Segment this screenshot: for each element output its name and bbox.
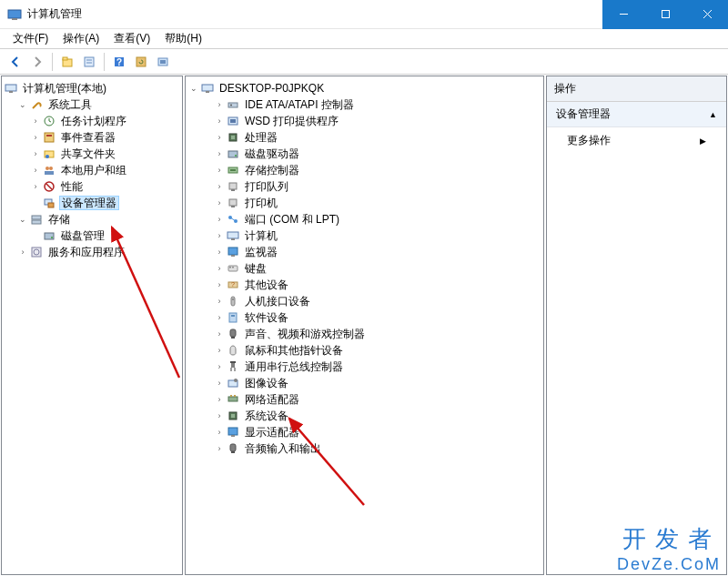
- device-icon: [226, 376, 240, 390]
- actions-header: 操作: [547, 76, 726, 102]
- menu-help[interactable]: 帮助(H): [157, 29, 209, 48]
- tree-system-tools[interactable]: ⌄ 系统工具: [2, 96, 182, 113]
- expand-icon[interactable]: ›: [213, 215, 226, 224]
- device-item[interactable]: ›人机接口设备: [186, 293, 543, 309]
- device-item[interactable]: ›系统设备: [186, 408, 543, 424]
- expand-icon[interactable]: ›: [213, 248, 226, 257]
- menu-file[interactable]: 文件(F): [5, 29, 56, 48]
- actions-subheader[interactable]: 设备管理器 ▲: [547, 102, 726, 127]
- expand-icon[interactable]: ›: [213, 166, 226, 175]
- tree-task-scheduler[interactable]: ›任务计划程序: [2, 113, 182, 129]
- svg-rect-51: [231, 206, 235, 207]
- expand-icon[interactable]: ›: [213, 379, 226, 388]
- tree-performance[interactable]: ›性能: [2, 178, 182, 195]
- device-item[interactable]: ›?其他设备: [186, 277, 543, 293]
- svg-point-24: [49, 167, 53, 170]
- device-item[interactable]: ›鼠标和其他指针设备: [186, 342, 543, 359]
- maximize-button[interactable]: [644, 0, 686, 29]
- device-item[interactable]: ›显示适配器: [186, 424, 543, 440]
- expand-icon[interactable]: ›: [213, 133, 226, 142]
- device-item[interactable]: ›通用串行总线控制器: [186, 359, 543, 375]
- expand-icon[interactable]: ›: [213, 313, 226, 322]
- device-item[interactable]: ›音频输入和输出: [186, 440, 543, 457]
- device-icon: [226, 114, 240, 128]
- expand-icon[interactable]: ›: [213, 428, 226, 437]
- tree-event-viewer[interactable]: ›事件查看器: [2, 129, 182, 146]
- forward-button[interactable]: [27, 52, 47, 72]
- device-item[interactable]: ›键盘: [186, 260, 543, 277]
- device-item[interactable]: ›监视器: [186, 244, 543, 260]
- svg-rect-58: [231, 255, 235, 257]
- tree-root-computer-mgmt[interactable]: 计算机管理(本地): [2, 80, 182, 96]
- help-button[interactable]: ?: [109, 52, 129, 72]
- tree-local-users[interactable]: ›本地用户和组: [2, 162, 182, 178]
- svg-rect-49: [231, 189, 235, 191]
- device-item[interactable]: ›声音、视频和游戏控制器: [186, 326, 543, 342]
- collapse-icon[interactable]: ⌄: [187, 84, 200, 93]
- svg-point-39: [230, 105, 232, 106]
- expand-icon[interactable]: ›: [29, 149, 42, 158]
- device-item[interactable]: ›端口 (COM 和 LPT): [186, 211, 543, 227]
- expand-icon[interactable]: ›: [29, 133, 42, 142]
- svg-rect-60: [229, 267, 231, 268]
- expand-icon[interactable]: ›: [16, 248, 29, 257]
- expand-icon[interactable]: ›: [29, 182, 42, 191]
- svg-point-45: [235, 155, 237, 157]
- close-button[interactable]: [686, 0, 728, 29]
- expand-icon[interactable]: ›: [213, 264, 226, 273]
- device-item[interactable]: ›存储控制器: [186, 162, 543, 178]
- expand-icon[interactable]: ›: [29, 116, 42, 126]
- expand-icon[interactable]: ›: [213, 182, 226, 191]
- menu-view[interactable]: 查看(V): [106, 29, 157, 48]
- collapse-icon[interactable]: ⌄: [16, 215, 29, 224]
- expand-icon[interactable]: ›: [213, 231, 226, 240]
- properties-button[interactable]: [79, 52, 99, 72]
- expand-icon[interactable]: ›: [29, 166, 42, 175]
- up-button[interactable]: [57, 52, 77, 72]
- expand-icon[interactable]: ›: [213, 297, 226, 306]
- device-item[interactable]: ›WSD 打印提供程序: [186, 113, 543, 129]
- minimize-button[interactable]: [602, 0, 644, 29]
- device-item[interactable]: ›图像设备: [186, 375, 543, 391]
- device-icon: [226, 228, 240, 243]
- device-icon: [226, 130, 240, 145]
- expand-icon[interactable]: ›: [213, 149, 226, 158]
- expand-icon[interactable]: ›: [213, 280, 226, 289]
- device-root[interactable]: ⌄ DESKTOP-P0JPKQK: [186, 80, 543, 96]
- device-item[interactable]: ›IDE ATA/ATAPI 控制器: [186, 96, 543, 113]
- tree-storage[interactable]: ⌄存储: [2, 211, 182, 227]
- expand-icon[interactable]: ›: [213, 116, 226, 126]
- device-item[interactable]: ›处理器: [186, 129, 543, 146]
- show-hidden-button[interactable]: [153, 52, 173, 72]
- device-item[interactable]: ›网络适配器: [186, 391, 543, 408]
- expand-icon[interactable]: ›: [213, 346, 226, 355]
- device-item[interactable]: ›打印队列: [186, 178, 543, 195]
- expand-icon[interactable]: ›: [213, 329, 226, 339]
- menu-action[interactable]: 操作(A): [56, 29, 106, 48]
- device-item[interactable]: ›计算机: [186, 227, 543, 244]
- svg-line-54: [230, 217, 236, 221]
- tree-services-apps[interactable]: ›服务和应用程序: [2, 244, 182, 260]
- device-item[interactable]: ›软件设备: [186, 309, 543, 326]
- expand-icon[interactable]: ›: [213, 395, 226, 404]
- device-item[interactable]: ›打印机: [186, 195, 543, 211]
- back-button[interactable]: [5, 52, 25, 72]
- expand-icon[interactable]: ›: [213, 362, 226, 371]
- tree-shared-folders[interactable]: ›共享文件夹: [2, 146, 182, 162]
- clock-icon: [42, 114, 56, 128]
- collapse-icon[interactable]: ⌄: [16, 100, 29, 109]
- svg-rect-29: [48, 203, 54, 207]
- expand-icon[interactable]: ›: [213, 100, 226, 109]
- svg-rect-76: [234, 395, 236, 397]
- refresh-button[interactable]: [131, 52, 151, 72]
- expand-icon[interactable]: ›: [213, 198, 226, 207]
- device-icon: [226, 409, 240, 423]
- tree-device-manager[interactable]: 设备管理器: [2, 195, 182, 211]
- device-icon: [226, 392, 240, 407]
- actions-more[interactable]: 更多操作 ▶: [547, 127, 726, 154]
- app-icon: [7, 7, 22, 22]
- tree-disk-mgmt[interactable]: 磁盘管理: [2, 227, 182, 244]
- expand-icon[interactable]: ›: [213, 411, 226, 420]
- device-item[interactable]: ›磁盘驱动器: [186, 146, 543, 162]
- expand-icon[interactable]: ›: [213, 444, 226, 453]
